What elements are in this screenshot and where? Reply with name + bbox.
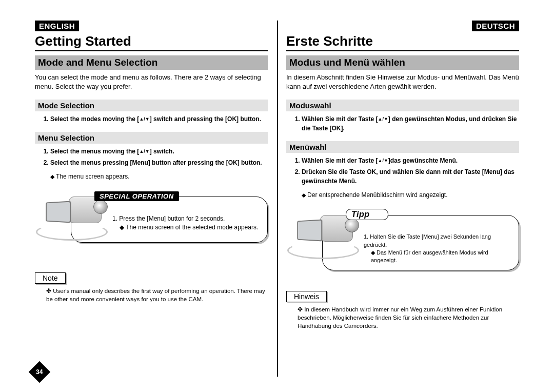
intro-text: In diesem Abschnitt finden Sie Hinweise …: [286, 73, 519, 91]
special-operation-callout: SPECIAL OPERATION 1. Press the [Menu] bu…: [35, 197, 268, 258]
step-item: Select the menus moving the [▲/▼] switch…: [50, 147, 268, 156]
chapter-title: Erste Schritte: [286, 33, 519, 51]
moduswahl-steps: Wählen Sie mit der Taste [▲/▼] den gewün…: [302, 114, 519, 135]
tipp-callout: Tipp 1. Halten Sie die Taste [Menu] zwei…: [286, 215, 519, 277]
step-item: Wählen Sie mit der Taste [▲/▼]das gewüns…: [302, 156, 519, 165]
lang-tag-english: ENGLISH: [35, 21, 79, 31]
menuewahl-steps: Wählen Sie mit der Taste [▲/▼]das gewüns…: [302, 156, 519, 188]
hinweis-label: Hinweis: [286, 291, 327, 302]
subheading-menu-selection: Menu Selection: [35, 132, 268, 144]
column-deutsch: DEUTSCH Erste Schritte Modus und Menü wä…: [277, 21, 528, 377]
callout-bullet: ◆ The menu screen of the selected mode a…: [120, 223, 260, 232]
subheading-menuewahl: Menüwahl: [286, 141, 519, 153]
subheading-mode-selection: Mode Selection: [35, 100, 268, 111]
callout-bullet: ◆ Das Menü für den ausgewählten Modus wi…: [371, 249, 511, 265]
up-down-icon: ▲/▼: [378, 158, 388, 165]
result-bullet: Der entsprechende Menübildschirm wird an…: [302, 191, 519, 200]
up-down-icon: ▲/▼: [139, 148, 149, 155]
hinweis-item: In diesem Handbuch wird immer nur ein We…: [298, 305, 519, 330]
column-english: ENGLISH Getting Started Mode and Menu Se…: [26, 21, 277, 377]
step-item: Select the modes moving the [▲/▼] switch…: [50, 114, 268, 124]
menu-selection-steps: Select the menus moving the [▲/▼] switch…: [50, 147, 268, 169]
note-label: Note: [35, 272, 66, 284]
up-down-icon: ▲/▼: [378, 116, 388, 123]
result-bullet: The menu screen appears.: [50, 172, 268, 181]
step-item: Select the menus pressing [Menu] button …: [50, 158, 268, 167]
up-down-icon: ▲/▼: [139, 116, 149, 123]
hinweis-list: In diesem Handbuch wird immer nur ein We…: [298, 305, 519, 330]
note-item: User's manual only describes the first w…: [46, 287, 268, 303]
page-number-badge: 34: [29, 361, 50, 383]
intro-text: You can select the mode and menu as foll…: [35, 73, 268, 91]
callout-label: SPECIAL OPERATION: [94, 191, 179, 201]
subheading-moduswahl: Moduswahl: [286, 100, 519, 111]
step-item: Wählen Sie mit der Taste [▲/▼] den gewün…: [302, 114, 519, 133]
manual-page: ENGLISH Getting Started Mode and Menu Se…: [0, 0, 554, 392]
chapter-title: Getting Started: [35, 33, 268, 51]
section-heading: Mode and Menu Selection: [35, 55, 268, 70]
callout-label: Tipp: [346, 209, 388, 220]
note-list: User's manual only describes the first w…: [46, 287, 268, 303]
step-item: Drücken Sie die Taste OK, und wählen Sie…: [302, 167, 519, 186]
lang-tag-deutsch: DEUTSCH: [472, 21, 519, 31]
section-heading: Modus und Menü wählen: [286, 55, 519, 70]
callout-step: 1. Press the [Menu] button for 2 seconds…: [112, 214, 260, 223]
callout-step: 1. Halten Sie die Taste [Menu] zwei Seku…: [364, 233, 511, 249]
mode-selection-steps: Select the modes moving the [▲/▼] switch…: [50, 114, 268, 126]
